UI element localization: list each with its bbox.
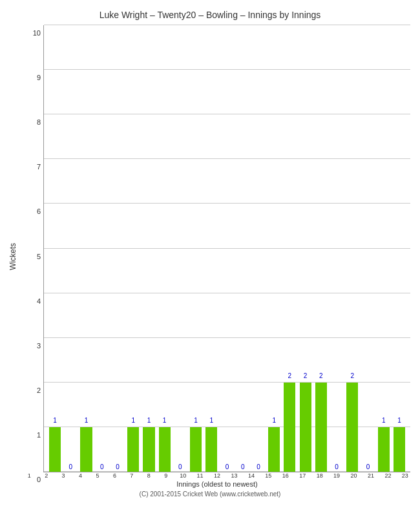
bar-value-label: 1 [382, 417, 386, 424]
bar-zero-label: 0 [116, 463, 120, 470]
bar: 1 [159, 427, 171, 472]
x-tick-label: 16 [277, 472, 294, 479]
bar: 1 [49, 427, 61, 472]
bar-value-label: 2 [350, 372, 354, 379]
x-tick-label: 15 [260, 472, 277, 479]
bar-group: 0 [219, 25, 235, 472]
bar-value-label: 1 [147, 417, 151, 424]
x-tick-label: 5 [89, 472, 106, 479]
bar-zero-label: 0 [226, 463, 229, 470]
bar-value-label: 1 [85, 417, 89, 424]
y-tick-label: 3 [25, 342, 41, 350]
y-tick-label: 10 [25, 29, 41, 37]
x-tick-label: 7 [123, 472, 140, 479]
x-tick-label: 22 [379, 472, 396, 479]
bar: 1 [268, 427, 280, 472]
x-tick-label: 17 [294, 472, 311, 479]
bar-zero-label: 0 [366, 463, 370, 470]
x-tick-label: 11 [191, 472, 208, 479]
bar-value-label: 1 [131, 417, 135, 424]
bar-value-label: 1 [53, 417, 57, 424]
plot-area: 01234567891010100111011000122202011 [43, 25, 410, 472]
y-tick-label: 7 [25, 163, 41, 171]
bar-value-label: 2 [319, 372, 323, 379]
bar-zero-label: 0 [69, 463, 73, 470]
y-tick-label: 0 [25, 476, 41, 483]
x-tick-label: 8 [140, 472, 157, 479]
x-tick-label: 14 [243, 472, 260, 479]
bar-group: 2 [298, 25, 313, 472]
bar-zero-label: 0 [100, 463, 104, 470]
bar-group: 1 [157, 25, 173, 472]
bar-group: 0 [360, 25, 375, 472]
y-axis-label: Wickets [6, 25, 19, 488]
bar-group: 0 [63, 25, 78, 472]
bar-zero-label: 0 [178, 463, 182, 470]
bar: 2 [315, 383, 327, 472]
bar-group: 1 [188, 25, 204, 472]
bar-value-label: 2 [304, 372, 308, 379]
bar: 1 [378, 427, 390, 472]
bar-group: 1 [204, 25, 219, 472]
bar: 1 [80, 427, 92, 472]
x-tick-label: 20 [345, 472, 362, 479]
x-axis-title: Innings (oldest to newest) [21, 480, 414, 488]
bar: 1 [143, 427, 154, 472]
bar-value-label: 1 [194, 417, 198, 424]
bar-group: 1 [392, 25, 407, 472]
bar-group: 1 [266, 25, 282, 472]
x-tick-label: 10 [174, 472, 191, 479]
x-tick-label: 23 [397, 472, 414, 479]
bar-value-label: 1 [397, 417, 401, 424]
bar: 2 [346, 383, 358, 472]
bar-value-label: 2 [288, 372, 292, 379]
x-tick-label: 9 [158, 472, 174, 479]
copyright-text: (C) 2001-2015 Cricket Web (www.cricketwe… [140, 491, 281, 498]
bar: 2 [284, 383, 295, 472]
y-tick-label: 6 [25, 207, 41, 215]
x-tick-label: 3 [55, 472, 72, 479]
bar-group: 0 [110, 25, 125, 472]
bar-group: 1 [125, 25, 141, 472]
bar-group: 0 [251, 25, 266, 472]
bar-group: 2 [282, 25, 297, 472]
x-tick-label: 12 [209, 472, 226, 479]
x-axis-labels: 1234567891011121314151617181920212223 [21, 472, 414, 479]
y-tick-label: 1 [25, 431, 41, 439]
bars-row: 10100111011000122202011 [44, 25, 410, 472]
x-tick-label: 13 [226, 472, 242, 479]
bar-value-label: 1 [163, 417, 167, 424]
bar-value-label: 1 [210, 417, 214, 424]
bar-group: 2 [344, 25, 360, 472]
x-tick-label: 4 [72, 472, 89, 479]
bar-zero-label: 0 [257, 463, 260, 470]
bar: 2 [300, 383, 311, 472]
bar-group: 0 [94, 25, 110, 472]
bar: 1 [190, 427, 202, 472]
x-tick-label: 19 [328, 472, 345, 479]
x-tick-label: 18 [311, 472, 328, 479]
bar-group: 0 [235, 25, 251, 472]
bar-group: 0 [173, 25, 188, 472]
x-tick-label: 6 [106, 472, 123, 479]
y-tick-label: 2 [25, 386, 41, 394]
bar-group: 1 [47, 25, 63, 472]
chart-title: Luke Wright – Twenty20 – Bowling – Innin… [100, 10, 321, 20]
x-tick-label: 21 [362, 472, 379, 479]
y-tick-label: 4 [25, 297, 41, 305]
bar-zero-label: 0 [335, 463, 339, 470]
bar-zero-label: 0 [241, 463, 245, 470]
bar-value-label: 1 [272, 417, 276, 424]
bar-group: 2 [313, 25, 329, 472]
bar-group: 1 [78, 25, 94, 472]
bar: 1 [394, 427, 405, 472]
bar-group: 1 [376, 25, 392, 472]
bar: 1 [127, 427, 139, 472]
bar-group: 1 [141, 25, 156, 472]
y-tick-label: 5 [25, 253, 41, 260]
bar-group: 0 [329, 25, 344, 472]
bar: 1 [205, 427, 217, 472]
y-tick-label: 8 [25, 118, 41, 126]
y-tick-label: 9 [25, 74, 41, 81]
chart-container: Luke Wright – Twenty20 – Bowling – Innin… [0, 0, 420, 517]
